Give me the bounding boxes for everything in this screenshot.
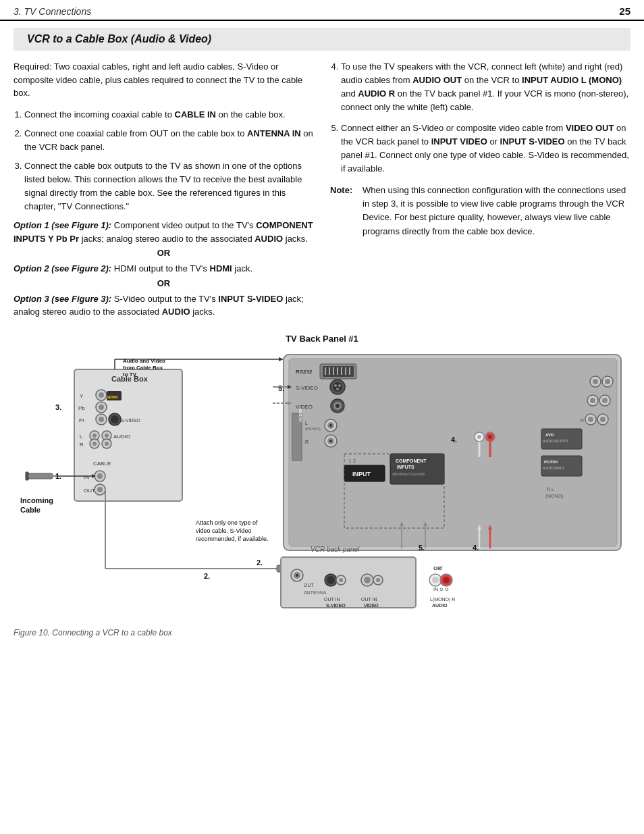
- section-title: VCR to a Cable Box (Audio & Video): [27, 33, 617, 45]
- svg-text:Incoming: Incoming: [20, 496, 53, 504]
- page-number: 25: [619, 5, 630, 17]
- svg-point-77: [99, 392, 104, 398]
- svg-text:to TV: to TV: [123, 371, 137, 377]
- step-4: To use the TV speakers with the VCR, con…: [341, 60, 630, 115]
- svg-text:S-VIDEO: S-VIDEO: [296, 385, 318, 391]
- step-3: Connect the cable box outputs to the TV …: [24, 159, 314, 214]
- svg-text:OUT   IN: OUT IN: [324, 597, 340, 602]
- svg-point-16: [605, 379, 610, 384]
- svg-text:OUT: OUT: [84, 488, 95, 494]
- svg-text:AUDIO: AUDIO: [113, 434, 130, 440]
- option-3: Option 3 (see Figure 3): S-Video output …: [14, 292, 314, 319]
- svg-text:R: R: [581, 418, 584, 423]
- svg-point-19: [590, 398, 595, 403]
- svg-text:from Cable Box: from Cable Box: [123, 365, 163, 371]
- svg-text:OUT: OUT: [304, 583, 315, 588]
- svg-text:5.: 5.: [419, 544, 425, 552]
- svg-point-21: [602, 398, 608, 403]
- diagram-section: TV Back Panel #1 RS232 Y Pb: [14, 334, 630, 621]
- content-area: Required: Two coaxial cables, right and …: [0, 60, 644, 321]
- svg-rect-109: [26, 472, 28, 480]
- svg-text:AUDIO OUTPUT: AUDIO OUTPUT: [543, 439, 568, 443]
- diagram-wrapper: RS232 Y Pb Pr: [14, 349, 630, 621]
- or-2: OR: [14, 278, 314, 288]
- svg-text:AUDIO: AUDIO: [432, 603, 448, 608]
- svg-text:L       R: L R: [434, 566, 441, 571]
- svg-text:Attach only one type of: Attach only one type of: [196, 519, 258, 526]
- svg-point-45: [329, 424, 332, 427]
- svg-text:(MONO): (MONO): [305, 427, 321, 431]
- svg-text:3.: 3.: [55, 403, 61, 411]
- svg-text:1        2: 1 2: [348, 458, 356, 464]
- svg-point-141: [432, 577, 439, 583]
- svg-text:L: L: [305, 421, 308, 425]
- svg-point-97: [92, 442, 97, 446]
- svg-point-32: [334, 384, 337, 387]
- svg-text:AVR: AVR: [545, 433, 554, 437]
- svg-text:INPUTS: INPUTS: [397, 465, 414, 469]
- svg-point-130: [339, 578, 343, 582]
- step-5: Connect either an S-Video or composite v…: [341, 122, 630, 176]
- svg-point-68: [477, 435, 481, 439]
- col-left: Required: Two coaxial cables, right and …: [14, 60, 314, 321]
- svg-point-71: [488, 435, 492, 439]
- svg-text:S-VIDEO: S-VIDEO: [121, 418, 140, 423]
- or-1: OR: [14, 248, 314, 258]
- svg-text:RS232: RS232: [296, 369, 313, 375]
- svg-text:Cable: Cable: [20, 506, 41, 514]
- svg-text:L: L: [80, 434, 83, 440]
- col-right: To use the TV speakers with the VCR, con…: [330, 60, 630, 321]
- note-label: Note:: [330, 184, 358, 238]
- svg-text:ANTENNA: ANTENNA: [304, 590, 327, 595]
- svg-point-26: [600, 417, 606, 422]
- svg-point-134: [364, 577, 371, 583]
- section-title-bar: VCR to a Cable Box (Audio & Video): [14, 28, 630, 51]
- step-2: Connect one coaxial cable from OUT on th…: [24, 127, 314, 154]
- svg-text:2.: 2.: [257, 558, 263, 567]
- svg-point-93: [105, 434, 109, 438]
- svg-text:S-VIDEO: S-VIDEO: [326, 603, 346, 608]
- svg-point-143: [443, 577, 450, 583]
- svg-text:AUDIO INPUT: AUDIO INPUT: [543, 466, 564, 470]
- svg-point-34: [336, 388, 339, 390]
- svg-text:VIDEO: VIDEO: [364, 603, 379, 608]
- svg-text:PC/DVI: PC/DVI: [544, 460, 558, 464]
- svg-text:R        L: R L: [547, 487, 554, 492]
- svg-text:AUDIO: AUDIO: [298, 409, 302, 422]
- svg-text:Pr: Pr: [79, 417, 84, 423]
- svg-point-87: [111, 415, 119, 423]
- svg-text:HDMI: HDMI: [107, 395, 118, 399]
- svg-point-99: [105, 442, 109, 446]
- svg-point-106: [97, 487, 103, 492]
- svg-text:4.: 4.: [473, 544, 479, 552]
- svg-point-49: [329, 440, 332, 442]
- svg-text:Y: Y: [80, 393, 84, 399]
- chapter-title: 3. TV Connections: [14, 6, 91, 17]
- left-steps-list: Connect the incoming coaxial cable to CA…: [24, 108, 314, 214]
- svg-point-103: [97, 473, 103, 479]
- svg-point-33: [338, 384, 341, 387]
- svg-point-136: [376, 578, 380, 582]
- svg-text:Pb: Pb: [78, 405, 85, 411]
- svg-text:R: R: [80, 442, 84, 448]
- svg-text:(MONO): (MONO): [545, 494, 563, 499]
- svg-point-38: [336, 404, 340, 408]
- svg-text:IN  ⊙    ⊙: IN ⊙ ⊙: [433, 587, 449, 592]
- svg-point-91: [92, 434, 97, 438]
- right-steps-list: To use the TV speakers with the VCR, con…: [341, 60, 630, 176]
- option-2: Option 2 (see Figure 2): HDMI output to …: [14, 262, 314, 276]
- svg-text:video cable.  S-Video: video cable. S-Video: [196, 527, 251, 534]
- svg-text:R: R: [305, 440, 308, 444]
- step-1: Connect the incoming coaxial cable to CA…: [24, 108, 314, 122]
- svg-text:2.: 2.: [204, 572, 210, 580]
- svg-text:recommended, if available.: recommended, if available.: [196, 536, 269, 542]
- svg-text:OUT   IN: OUT IN: [361, 597, 377, 602]
- note-block: Note: When using this connection configu…: [330, 184, 630, 238]
- svg-text:INPUT: INPUT: [352, 471, 371, 477]
- svg-text:L: L: [597, 418, 599, 423]
- diagram-title: TV Back Panel #1: [14, 334, 630, 344]
- figure-caption: Figure 10. Connecting a VCR to a cable b…: [14, 628, 630, 637]
- svg-text:CABLE: CABLE: [93, 461, 111, 467]
- svg-text:480i/480p/720p/1080i: 480i/480p/720p/1080i: [392, 472, 425, 476]
- svg-text:4.: 4.: [451, 436, 457, 444]
